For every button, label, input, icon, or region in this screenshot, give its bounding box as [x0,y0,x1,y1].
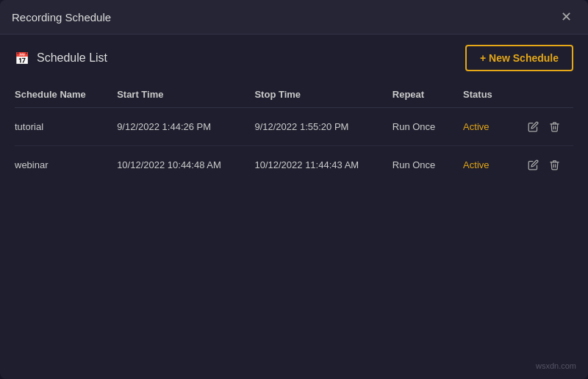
cell-repeat-0: Run Once [392,108,463,146]
cell-stop-1: 10/12/2022 11:44:43 AM [254,146,392,184]
col-header-repeat: Repeat [392,82,463,108]
modal-title: Recording Schedule [12,11,111,24]
title-bar: Recording Schedule ✕ [0,0,588,35]
edit-button-0[interactable] [526,120,540,134]
footer: wsxdn.com [0,351,588,379]
cell-name-0: tutorial [15,108,117,146]
cell-repeat-1: Run Once [392,146,463,184]
delete-button-0[interactable] [548,120,562,134]
watermark: wsxdn.com [536,361,576,370]
col-header-stop: Stop Time [254,82,392,108]
table-header-row: Schedule Name Start Time Stop Time Repea… [15,82,573,108]
col-header-status: Status [463,82,526,108]
cell-start-1: 10/12/2022 10:44:48 AM [117,146,254,184]
section-title-container: 📅 Schedule List [15,51,107,65]
title-bar-left: Recording Schedule [12,11,111,24]
cell-stop-0: 9/12/2022 1:55:20 PM [254,108,392,146]
col-header-actions [526,82,573,108]
cell-status-0: Active [463,108,526,146]
edit-button-1[interactable] [526,158,540,172]
cell-name-1: webinar [15,146,117,184]
table-row: tutorial 9/12/2022 1:44:26 PM 9/12/2022 … [15,108,573,146]
col-header-start: Start Time [117,82,254,108]
delete-button-1[interactable] [548,158,562,172]
close-button[interactable]: ✕ [556,9,576,25]
cell-status-1: Active [463,146,526,184]
new-schedule-button[interactable]: + New Schedule [465,45,573,71]
cell-actions-1 [526,146,573,184]
cell-actions-0 [526,108,573,146]
cell-start-0: 9/12/2022 1:44:26 PM [117,108,254,146]
schedule-table: Schedule Name Start Time Stop Time Repea… [15,82,573,184]
table-row: webinar 10/12/2022 10:44:48 AM 10/12/202… [15,146,573,184]
col-header-name: Schedule Name [15,82,117,108]
recording-schedule-modal: Recording Schedule ✕ 📅 Schedule List + N… [0,0,588,379]
toolbar: 📅 Schedule List + New Schedule [0,35,588,82]
schedule-table-container: Schedule Name Start Time Stop Time Repea… [0,82,588,351]
calendar-icon: 📅 [15,51,29,65]
section-title-label: Schedule List [37,51,107,65]
